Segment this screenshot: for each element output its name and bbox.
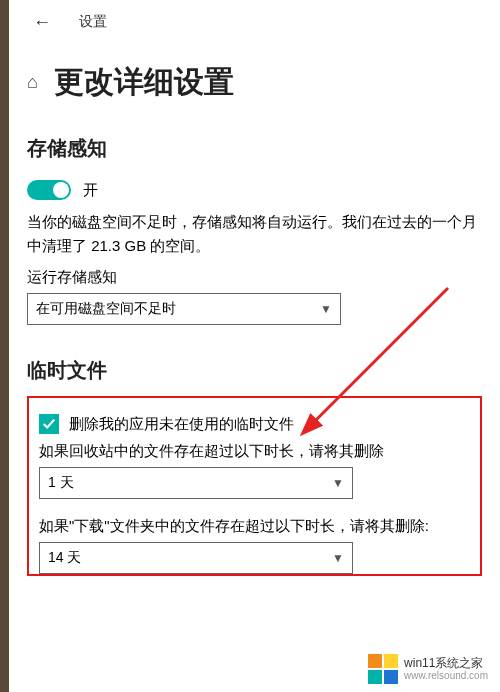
recycle-period-select[interactable]: 1 天 ▼: [39, 467, 353, 499]
downloads-hint: 如果"下载"文件夹中的文件存在超过以下时长，请将其删除:: [39, 517, 470, 536]
select-value: 在可用磁盘空间不足时: [36, 300, 176, 318]
highlight-box: 删除我的应用未在使用的临时文件 如果回收站中的文件存在超过以下时长，请将其删除 …: [27, 396, 482, 576]
run-storage-sense-select[interactable]: 在可用磁盘空间不足时 ▼: [27, 293, 341, 325]
storage-sense-toggle[interactable]: [27, 180, 71, 200]
chevron-down-icon: ▼: [332, 476, 344, 490]
watermark: win11系统之家 www.relsound.com: [368, 654, 488, 684]
check-icon: [42, 417, 56, 431]
storage-sense-heading: 存储感知: [27, 135, 482, 162]
watermark-domain: www.relsound.com: [404, 670, 488, 681]
recycle-hint: 如果回收站中的文件存在超过以下时长，请将其删除: [39, 442, 470, 461]
watermark-text: win11系统之家: [404, 656, 483, 670]
downloads-period-select[interactable]: 14 天 ▼: [39, 542, 353, 574]
delete-temp-label: 删除我的应用未在使用的临时文件: [69, 415, 294, 434]
chevron-down-icon: ▼: [332, 551, 344, 565]
delete-temp-checkbox[interactable]: [39, 414, 59, 434]
temp-files-heading: 临时文件: [27, 357, 482, 384]
home-icon[interactable]: ⌂: [27, 72, 38, 93]
back-icon[interactable]: ←: [27, 12, 57, 33]
select-value: 14 天: [48, 549, 81, 567]
storage-sense-description: 当你的磁盘空间不足时，存储感知将自动运行。我们在过去的一个月中清理了 21.3 …: [27, 210, 482, 258]
toggle-on-label: 开: [83, 181, 98, 200]
page-title: 更改详细设置: [54, 62, 234, 103]
topbar: ← 设置: [27, 0, 482, 44]
window-left-edge: [0, 0, 9, 692]
topbar-label: 设置: [79, 13, 107, 31]
select-value: 1 天: [48, 474, 74, 492]
watermark-logo-icon: [368, 654, 398, 684]
chevron-down-icon: ▼: [320, 302, 332, 316]
run-storage-sense-label: 运行存储感知: [27, 268, 482, 287]
